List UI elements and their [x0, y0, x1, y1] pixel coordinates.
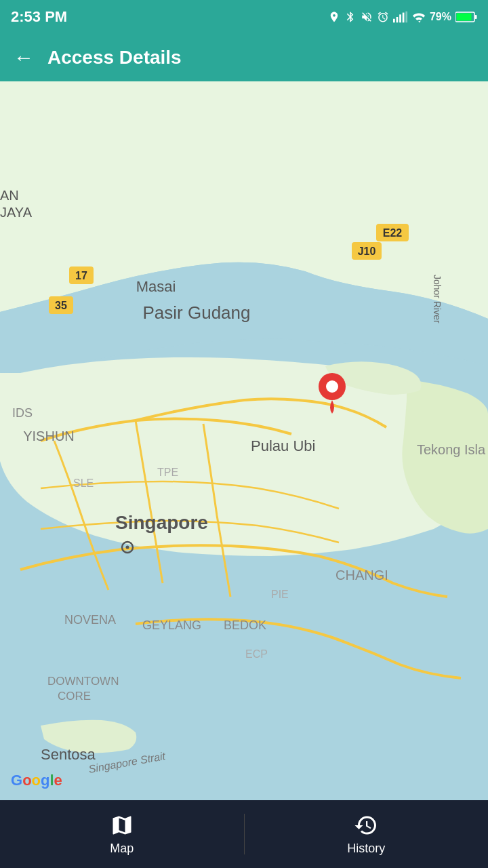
- svg-text:JAYA: JAYA: [0, 205, 33, 220]
- svg-text:Johor River: Johor River: [432, 275, 443, 323]
- svg-text:SLE: SLE: [73, 477, 94, 489]
- nav-map[interactable]: Map: [0, 813, 244, 856]
- nav-map-label: Map: [110, 842, 134, 856]
- svg-rect-4: [405, 12, 407, 23]
- svg-text:AN: AN: [0, 188, 19, 203]
- svg-text:CORE: CORE: [58, 690, 91, 703]
- svg-text:Sentosa: Sentosa: [41, 746, 96, 763]
- svg-rect-3: [403, 13, 405, 23]
- nav-history[interactable]: History: [245, 813, 489, 856]
- status-icons: 79%: [328, 11, 477, 23]
- map-pin: [317, 373, 347, 414]
- svg-point-41: [326, 380, 338, 393]
- svg-text:J10: J10: [358, 245, 376, 257]
- history-icon: [354, 813, 378, 837]
- svg-rect-1: [396, 17, 399, 22]
- svg-text:YISHUN: YISHUN: [23, 429, 75, 443]
- svg-text:Tekong Isla: Tekong Isla: [417, 442, 486, 457]
- svg-rect-6: [475, 15, 477, 19]
- app-title: Access Details: [47, 47, 182, 68]
- svg-text:CHANGI: CHANGI: [336, 568, 388, 583]
- svg-text:Masai: Masai: [136, 278, 176, 295]
- svg-text:E22: E22: [383, 227, 403, 239]
- map-container[interactable]: E22 J10 17 35 Johor River Masai Pasir Gu…: [0, 81, 488, 800]
- svg-point-24: [126, 546, 129, 549]
- svg-text:BEDOK: BEDOK: [224, 618, 266, 632]
- svg-rect-0: [393, 19, 395, 23]
- bottom-nav: Map History: [0, 800, 488, 868]
- svg-text:PIE: PIE: [271, 589, 289, 600]
- svg-text:NOVENA: NOVENA: [64, 613, 116, 627]
- nav-history-label: History: [347, 842, 385, 856]
- svg-text:ECP: ECP: [245, 648, 268, 660]
- map-svg: E22 J10 17 35 Johor River Masai Pasir Gu…: [0, 81, 488, 800]
- svg-text:17: 17: [75, 270, 87, 281]
- bluetooth-icon: [344, 11, 357, 23]
- battery-percent: 79%: [430, 11, 451, 23]
- status-bar: 2:53 PM 79%: [0, 0, 488, 34]
- mute-icon: [361, 11, 373, 23]
- battery-icon: [455, 12, 477, 22]
- svg-rect-7: [457, 14, 472, 21]
- signal-icon: [393, 11, 408, 23]
- location-icon: [328, 11, 340, 23]
- svg-text:Singapore: Singapore: [115, 512, 208, 533]
- alarm-icon: [377, 11, 389, 23]
- svg-text:TPE: TPE: [157, 467, 178, 478]
- back-button[interactable]: ←: [14, 47, 34, 68]
- wifi-icon: [412, 11, 426, 23]
- svg-text:35: 35: [55, 300, 67, 311]
- status-time: 2:53 PM: [11, 8, 67, 26]
- app-bar: ← Access Details: [0, 34, 488, 81]
- svg-text:Pasir Gudang: Pasir Gudang: [143, 302, 251, 323]
- svg-rect-2: [399, 14, 401, 22]
- google-logo: G o o g l e: [11, 772, 62, 789]
- svg-text:DOWNTOWN: DOWNTOWN: [47, 675, 119, 688]
- map-icon: [110, 813, 134, 837]
- svg-text:IDS: IDS: [12, 406, 33, 420]
- svg-text:Pulau Ubi: Pulau Ubi: [251, 437, 315, 454]
- svg-text:GEYLANG: GEYLANG: [142, 618, 201, 632]
